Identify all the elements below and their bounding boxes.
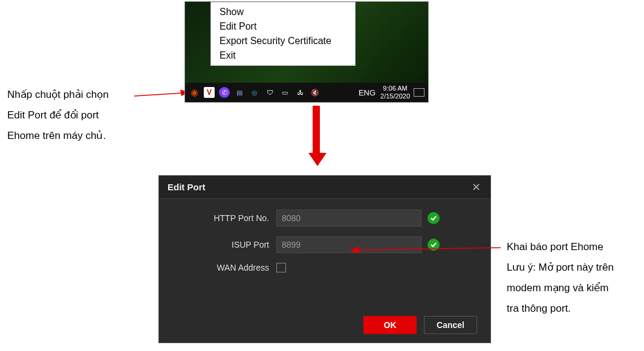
http-port-row: HTTP Port No. xyxy=(174,210,476,227)
annotation-left-line: Ehome trên máy chủ. xyxy=(7,126,109,146)
battery-icon[interactable]: ▭ xyxy=(279,87,290,98)
notification-icon[interactable] xyxy=(414,88,424,97)
wan-address-label: WAN Address xyxy=(174,263,276,272)
viber-icon[interactable]: ✆ xyxy=(219,87,230,98)
annotation-left-line: Nhấp chuột phải chọn xyxy=(7,85,109,105)
wan-address-checkbox[interactable] xyxy=(276,263,286,272)
menu-item-exit[interactable]: Exit xyxy=(211,48,355,63)
menu-item-edit-port[interactable]: Edit Port xyxy=(211,19,355,34)
wan-address-row: WAN Address xyxy=(174,263,476,272)
http-port-input[interactable] xyxy=(276,210,421,227)
annotation-right-line: Khai báo port Ehome xyxy=(507,237,614,257)
svg-marker-3 xyxy=(350,246,359,254)
tray-screenshot: Show Edit Port Export Security Certifica… xyxy=(184,1,429,103)
svg-line-0 xyxy=(134,93,181,96)
tray-icons: ◉ V ✆ ▤ ◎ 🛡 ▭ 🖧 🔇 xyxy=(189,87,320,98)
http-port-label: HTTP Port No. xyxy=(174,213,276,223)
svg-line-2 xyxy=(358,248,501,250)
volume-icon[interactable]: 🔇 xyxy=(310,87,320,98)
taskbar: ◉ V ✆ ▤ ◎ 🛡 ▭ 🖧 🔇 ENG 9:06 AM 2/15/2020 xyxy=(185,83,428,102)
annotation-right-line: modem mạng và kiểm xyxy=(507,278,614,298)
arrow-down xyxy=(308,106,324,166)
annotation-left-line: Edit Port để đổi port xyxy=(7,105,109,126)
annotation-right: Khai báo port Ehome Lưu ý: Mở port này t… xyxy=(507,237,614,319)
arrow-to-isup xyxy=(350,244,501,262)
annotation-right-line: tra thông port. xyxy=(507,298,614,319)
arrow-to-tray xyxy=(134,89,189,101)
update-icon[interactable]: ◎ xyxy=(249,87,260,98)
menu-item-show[interactable]: Show xyxy=(211,5,355,19)
clock-date: 2/15/2020 xyxy=(380,92,410,100)
dialog-titlebar: Edit Port ✕ xyxy=(159,176,490,199)
tray-context-menu: Show Edit Port Export Security Certifica… xyxy=(210,2,356,66)
menu-item-export-cert[interactable]: Export Security Certificate xyxy=(211,34,355,48)
folder-icon[interactable]: ▤ xyxy=(234,87,245,98)
isup-port-label: ISUP Port xyxy=(174,240,276,250)
dialog-title: Edit Port xyxy=(168,182,206,192)
annotation-left: Nhấp chuột phải chọn Edit Port để đổi po… xyxy=(7,85,109,146)
defender-icon[interactable]: 🛡 xyxy=(264,87,275,98)
v-icon[interactable]: V xyxy=(204,87,215,98)
clock[interactable]: 9:06 AM 2/15/2020 xyxy=(380,85,410,100)
network-icon[interactable]: 🖧 xyxy=(294,87,305,98)
app-tray-icon[interactable]: ◉ xyxy=(189,87,200,98)
close-icon[interactable]: ✕ xyxy=(470,181,482,194)
check-icon xyxy=(428,212,440,224)
cancel-button[interactable]: Cancel xyxy=(424,316,477,334)
language-indicator[interactable]: ENG xyxy=(359,88,376,97)
ok-button[interactable]: OK xyxy=(363,316,417,334)
annotation-right-line: Lưu ý: Mở port này trên xyxy=(507,257,614,278)
clock-time: 9:06 AM xyxy=(380,85,410,92)
